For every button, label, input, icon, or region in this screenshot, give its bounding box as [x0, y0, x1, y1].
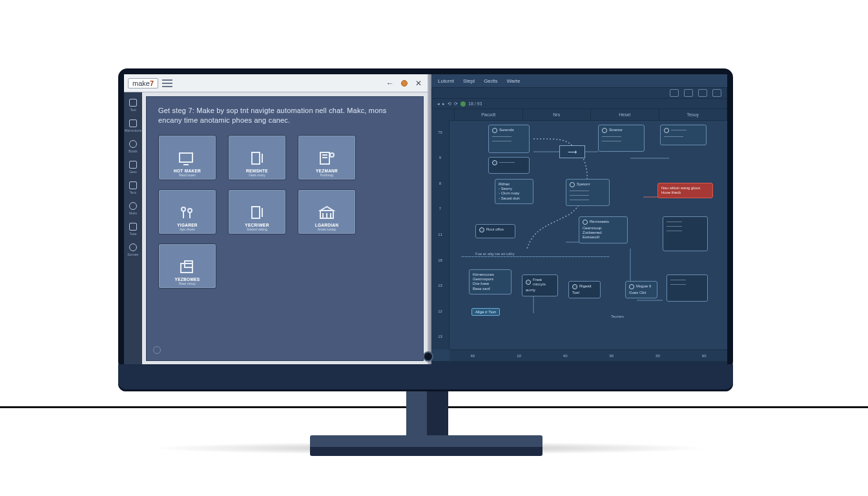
brand-name: make [132, 79, 150, 87]
loading-ring-icon [153, 346, 161, 354]
close-icon[interactable]: ✕ [413, 78, 424, 88]
node-module-5[interactable]: Roui offos [475, 224, 515, 238]
node-module-2[interactable]: Strantsr —————————— [598, 125, 645, 152]
menu-item-2[interactable]: Gedts [484, 78, 497, 84]
right-pane: Lutornt Stepl Gedts Warte ◂▸⟲⟳ 18 / 93 [431, 74, 727, 365]
rail-item-0[interactable]: Teol [129, 99, 137, 112]
card-3[interactable]: YIGARERAps nhoris [158, 189, 216, 234]
timeline-counter: 18 / 93 [468, 101, 482, 106]
hamburger-icon[interactable] [162, 79, 172, 87]
diagram-toolbar: ◂▸⟲⟳ 18 / 93 [431, 87, 727, 109]
card-6[interactable]: YEZBOMESRoes misoy [158, 243, 216, 289]
svg-point-7 [330, 153, 334, 157]
template-gallery: Get steg 7: Make by sop tnt navigte auto… [146, 96, 424, 361]
node-module-8[interactable]: KitmercocesGestmspors Dce baseBase sanf [469, 269, 512, 294]
card-0[interactable]: HOT MAKERRasd tooen [158, 135, 216, 180]
node-module-12[interactable]: ———————— [666, 274, 708, 302]
tool-grid-icon[interactable] [670, 89, 679, 97]
svg-rect-0 [180, 153, 192, 162]
svg-point-8 [181, 207, 185, 211]
titlebar: make7 ← ✕ [124, 74, 428, 92]
diagram-canvas[interactable]: 7598 71118 131213 [431, 119, 727, 349]
diagram-menubar: Lutornt Stepl Gedts Warte [431, 74, 727, 87]
rail-item-1[interactable]: Warructions [125, 119, 142, 132]
back-icon[interactable]: ← [385, 78, 395, 88]
rail-item-3[interactable]: Gess [129, 161, 137, 174]
node-module-9[interactable]: Freat miccyts aurriy [522, 274, 558, 296]
left-pane: make7 ← ✕ Teol Warructions Bcack Gess Te… [124, 74, 428, 365]
intro-text: Get steg 7: Make by sop tnt navigte auto… [158, 106, 411, 126]
svg-rect-2 [252, 152, 260, 164]
svg-marker-15 [320, 207, 333, 211]
rail-item-4[interactable]: Teuc [129, 181, 137, 194]
brand-version: 7 [150, 79, 154, 87]
node-module-1[interactable]: Sorembt —————————— [488, 125, 530, 153]
node-module-11[interactable]: Mogoe 9 Goes Ckit [625, 281, 657, 298]
card-1[interactable]: REMSHTEOeck nuury [228, 135, 286, 180]
svg-rect-12 [252, 207, 260, 218]
app-brand: make7 [128, 78, 158, 88]
rail-item-2[interactable]: Bcack [129, 140, 138, 153]
badge[interactable]: Allga tr Tiort [471, 308, 500, 316]
arrow-icon: ⟶ [559, 145, 585, 158]
status-dot-icon [460, 101, 466, 107]
menu-item-0[interactable]: Lutornt [438, 78, 454, 84]
footer-label: Teorers [611, 315, 624, 318]
menu-item-1[interactable]: Stepl [463, 78, 475, 84]
node-module-3[interactable]: Syetonr ——————————————— [566, 179, 610, 206]
node-module-1b[interactable]: ———— [488, 157, 530, 174]
rail-item-5[interactable]: Moks [129, 202, 137, 215]
rail-item-7[interactable]: Somaer [127, 243, 139, 256]
menu-item-3[interactable]: Warte [506, 78, 520, 84]
node-module-7[interactable]: ———————————— [663, 216, 708, 251]
rail-item-6[interactable]: Toae [129, 223, 137, 236]
tool-expand-icon[interactable] [698, 89, 707, 97]
tool-collapse-icon[interactable] [712, 89, 721, 97]
card-2[interactable]: YEZMANRPortintog [298, 135, 356, 180]
ruler-x: 401040 905090 [450, 349, 727, 361]
tool-layers-icon[interactable] [684, 89, 693, 97]
traffic-light-icon[interactable] [399, 78, 409, 88]
node-warning[interactable]: Nau sittion wang glousHose friecb [657, 183, 713, 198]
nav-rail: Teol Warructions Bcack Gess Teuc Moks To… [124, 92, 142, 365]
svg-point-10 [188, 209, 192, 212]
node-module-6[interactable]: ————————— [660, 125, 707, 145]
separator-line [461, 256, 610, 257]
card-4[interactable]: YECRIWERSxkerd vaking [228, 189, 286, 234]
ruler-y: 7598 71118 131213 [431, 119, 450, 349]
node-module-4[interactable]: Remsseetu CeemnoopZockeenedEottsecoll [579, 216, 628, 243]
card-5[interactable]: LGARDIANAnset cosiay [298, 189, 356, 234]
node-list-1[interactable]: Rithiet- Sesrry - Clum noay- Seuati durt [495, 179, 533, 204]
node-module-10[interactable]: Rigealt Toel [568, 281, 601, 298]
power-button-icon [423, 351, 433, 362]
strip-label: Foe er alig tne eit tollry [475, 252, 515, 256]
